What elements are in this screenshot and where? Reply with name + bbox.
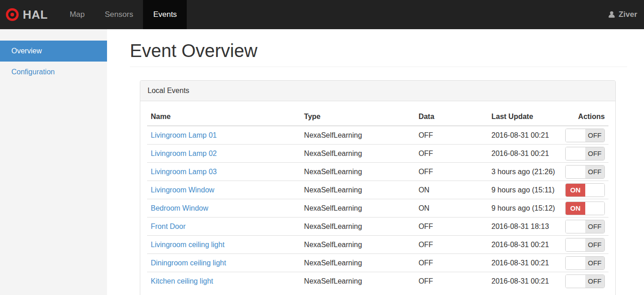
event-type: NexaSelfLearning: [301, 199, 415, 217]
main-content: Event Overview Local Events Name Type Da…: [107, 29, 644, 295]
event-type: NexaSelfLearning: [301, 272, 415, 290]
event-toggle-switch[interactable]: OFF: [565, 129, 605, 142]
nav-item-events[interactable]: Events: [143, 0, 187, 29]
event-toggle-switch[interactable]: OFF: [565, 165, 605, 179]
event-type: NexaSelfLearning: [301, 145, 415, 163]
event-type: NexaSelfLearning: [301, 236, 415, 254]
event-last-update: 2016-08-31 00:21: [488, 254, 562, 272]
column-header-name: Name: [147, 108, 301, 126]
table-row: Livingroom Lamp 03 NexaSelfLearning OFF …: [147, 163, 608, 181]
event-data: OFF: [415, 272, 488, 290]
sidebar-list: Overview Configuration: [0, 41, 107, 83]
switch-off-label: OFF: [585, 147, 605, 160]
table-row: Front Door NexaSelfLearning OFF 2016-08-…: [147, 217, 608, 236]
event-name-link[interactable]: Livingroom ceiling light: [151, 241, 225, 248]
top-navbar: HAL Map Sensors Events Ziver: [0, 0, 644, 29]
page-title: Event Overview: [130, 40, 627, 67]
event-name-link[interactable]: Livingroom Lamp 01: [151, 131, 217, 139]
event-data: ON: [415, 181, 488, 199]
switch-off-label: OFF: [585, 238, 605, 251]
local-events-panel: Local Events Name Type Data Last Update …: [140, 80, 616, 295]
switch-on-label: [566, 166, 585, 178]
user-icon: [608, 10, 616, 19]
column-header-last-update: Last Update: [488, 108, 562, 126]
events-table-body: Livingroom Lamp 01 NexaSelfLearning OFF …: [147, 126, 608, 290]
table-row: Livingroom Lamp 01 NexaSelfLearning OFF …: [147, 126, 608, 145]
table-row: Kitchen ceiling light NexaSelfLearning O…: [147, 272, 608, 290]
brand[interactable]: HAL: [0, 0, 54, 29]
event-data: OFF: [415, 236, 488, 254]
event-data: ON: [415, 199, 488, 217]
brand-label: HAL: [23, 8, 48, 22]
event-last-update: 2016-08-31 00:21: [488, 272, 562, 290]
column-header-type: Type: [301, 108, 415, 126]
nav-item-map[interactable]: Map: [60, 0, 95, 29]
event-data: OFF: [415, 145, 488, 163]
hal-logo-icon: [6, 8, 19, 21]
panel-title: Local Events: [140, 81, 615, 101]
event-last-update: 9 hours ago (15:11): [488, 181, 562, 199]
event-name-link[interactable]: Diningroom ceiling light: [151, 259, 226, 267]
event-type: NexaSelfLearning: [301, 217, 415, 236]
table-row: Livingroom ceiling light NexaSelfLearnin…: [147, 236, 608, 254]
event-name-link[interactable]: Front Door: [151, 223, 185, 230]
switch-on-label: ON: [566, 184, 585, 197]
switch-off-label: OFF: [585, 129, 605, 142]
event-toggle-switch[interactable]: OFF: [565, 256, 605, 270]
events-table: Name Type Data Last Update Actions Livin…: [147, 108, 608, 290]
event-type: NexaSelfLearning: [301, 126, 415, 145]
event-name-link[interactable]: Livingroom Window: [151, 186, 215, 194]
event-last-update: 2016-08-31 00:21: [488, 126, 562, 145]
switch-on-label: ON: [566, 202, 585, 215]
event-name-link[interactable]: Kitchen ceiling light: [151, 277, 213, 285]
navbar-menu: Map Sensors Events: [60, 0, 187, 29]
column-header-data: Data: [415, 108, 488, 126]
event-data: OFF: [415, 163, 488, 181]
switch-off-label: OFF: [585, 166, 605, 178]
event-toggle-switch[interactable]: OFF: [565, 220, 605, 233]
table-row: Bedroom Window NexaSelfLearning ON 9 hou…: [147, 199, 608, 217]
switch-off-label: OFF: [585, 275, 605, 288]
user-menu[interactable]: Ziver: [608, 0, 644, 29]
switch-on-label: [566, 275, 585, 288]
event-last-update: 3 hours ago (21:26): [488, 163, 562, 181]
switch-on-label: [566, 147, 585, 160]
nav-item-sensors[interactable]: Sensors: [95, 0, 143, 29]
switch-on-label: [566, 220, 585, 233]
event-toggle-switch[interactable]: ON: [565, 202, 605, 215]
event-data: OFF: [415, 254, 488, 272]
sidebar-item-configuration[interactable]: Configuration: [0, 62, 107, 83]
column-header-actions: Actions: [562, 108, 608, 126]
event-name-link[interactable]: Bedroom Window: [151, 204, 208, 212]
event-data: OFF: [415, 217, 488, 236]
panel-body: Name Type Data Last Update Actions Livin…: [140, 101, 615, 295]
switch-on-label: [566, 257, 585, 269]
event-last-update: 2016-08-31 00:21: [488, 145, 562, 163]
switch-off-label: OFF: [585, 220, 605, 233]
event-last-update: 9 hours ago (15:12): [488, 199, 562, 217]
event-toggle-switch[interactable]: OFF: [565, 147, 605, 160]
event-name-link[interactable]: Livingroom Lamp 02: [151, 150, 217, 157]
user-name: Ziver: [618, 10, 637, 19]
event-name-link[interactable]: Livingroom Lamp 03: [151, 168, 217, 176]
sidebar-item-overview[interactable]: Overview: [0, 41, 107, 62]
event-toggle-switch[interactable]: OFF: [565, 238, 605, 252]
event-data: OFF: [415, 126, 488, 145]
event-toggle-switch[interactable]: ON: [565, 183, 605, 197]
table-header-row: Name Type Data Last Update Actions: [147, 108, 608, 126]
event-toggle-switch[interactable]: OFF: [565, 274, 605, 288]
table-row: Diningroom ceiling light NexaSelfLearnin…: [147, 254, 608, 272]
event-last-update: 2016-08-31 18:13: [488, 217, 562, 236]
table-row: Livingroom Lamp 02 NexaSelfLearning OFF …: [147, 145, 608, 163]
sidebar: Overview Configuration: [0, 29, 107, 295]
event-type: NexaSelfLearning: [301, 254, 415, 272]
event-type: NexaSelfLearning: [301, 163, 415, 181]
event-type: NexaSelfLearning: [301, 181, 415, 199]
switch-off-label: [585, 202, 605, 215]
switch-on-label: [566, 129, 585, 142]
switch-off-label: OFF: [585, 257, 605, 269]
table-row: Livingroom Window NexaSelfLearning ON 9 …: [147, 181, 608, 199]
switch-off-label: [585, 184, 605, 197]
event-last-update: 2016-08-31 00:21: [488, 236, 562, 254]
switch-on-label: [566, 238, 585, 251]
